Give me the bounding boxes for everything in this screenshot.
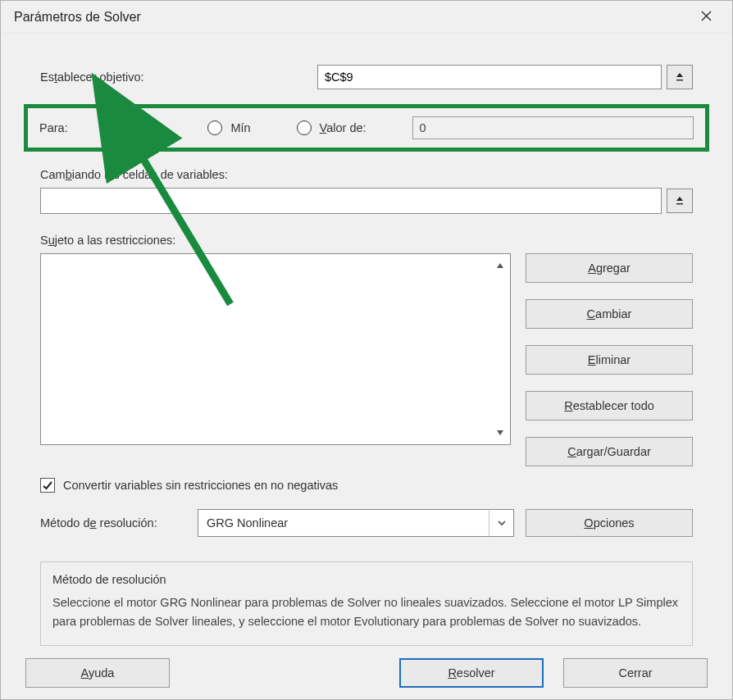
text-accelerator: R [564, 399, 572, 412]
para-label: Para: [39, 121, 116, 134]
checkbox-icon [40, 478, 55, 493]
text: negativas [287, 479, 338, 492]
text: alor de: [326, 121, 366, 134]
svg-rect-3 [676, 203, 683, 204]
text-accelerator: C [567, 445, 576, 458]
text: Es [40, 70, 54, 84]
text: ablecer objetivo: [57, 70, 144, 84]
constraints-area: Agregar Cambiar Eliminar Restablecer tod… [40, 253, 693, 466]
text-accelerator: M [139, 121, 149, 134]
text: C [618, 666, 626, 680]
radio-icon [116, 120, 131, 135]
para-highlight-box: Para: Máx Mín Valor de: [24, 104, 709, 152]
objective-range-picker[interactable] [667, 65, 693, 89]
text-accelerator: O [584, 516, 593, 530]
method-selected-value: GRG Nonlinear [207, 516, 288, 530]
text-accelerator: A [588, 261, 596, 275]
radio-min-label: Mín [230, 121, 250, 134]
text: iando las celdas de variables: [72, 168, 228, 181]
load-save-button[interactable]: Cargar/Guardar [526, 437, 693, 466]
variables-row [40, 188, 693, 214]
radio-max-label: Máx [139, 121, 162, 134]
text: Método d [40, 516, 89, 530]
nonneg-checkbox-row[interactable]: Convertir variables sin restricciones en… [40, 478, 693, 493]
scroll-up-icon [494, 259, 507, 272]
text: resolución: [97, 516, 157, 530]
radio-icon [297, 120, 312, 135]
variables-range-picker[interactable] [667, 189, 693, 213]
add-button[interactable]: Agregar [526, 253, 693, 283]
method-description-title: Método de resolución [52, 570, 681, 589]
radio-min[interactable]: Mín [207, 120, 250, 135]
dialog-footer: Ayuda Resolver Cerrar [1, 658, 732, 688]
method-label: Método de resolución: [40, 516, 186, 530]
method-description-box: Método de resolución Seleccione el motor… [40, 561, 693, 646]
close-icon [701, 11, 712, 24]
text: gregar [596, 261, 631, 275]
dialog-title: Parámetros de Solver [14, 10, 690, 25]
delete-button[interactable]: Eliminar [526, 345, 693, 375]
variables-input[interactable] [40, 188, 662, 214]
close-button[interactable] [690, 3, 722, 31]
radio-max[interactable]: Máx [116, 120, 162, 135]
text-accelerator: R [448, 666, 456, 680]
close-footer-button[interactable]: Cerrar [563, 658, 708, 688]
text: S [40, 234, 48, 247]
valor-input [412, 116, 694, 139]
objective-label: Establecer objetivo: [40, 70, 317, 84]
collapse-dialog-icon [674, 194, 685, 208]
text: yuda [89, 666, 114, 680]
constraints-buttons: Agregar Cambiar Eliminar Restablecer tod… [526, 253, 693, 466]
text-accelerator: V [320, 121, 327, 134]
svg-rect-2 [676, 80, 683, 80]
collapse-dialog-icon [674, 70, 685, 84]
text-accelerator: A [81, 666, 89, 680]
text-accelerator: b [66, 168, 72, 181]
help-button[interactable]: Ayuda [25, 658, 170, 688]
text-accelerator: e [89, 516, 96, 530]
chevron-down-icon [489, 510, 513, 536]
text: esolver [457, 666, 495, 680]
objective-input[interactable] [317, 65, 662, 89]
method-row: Método de resolución: GRG Nonlinear Opci… [40, 509, 693, 537]
text: ambiar [595, 307, 631, 320]
text: establecer todo [573, 399, 654, 412]
reset-all-button[interactable]: Restablecer todo [526, 391, 693, 420]
text: errar [627, 666, 653, 680]
text-accelerator: u [48, 234, 55, 247]
text: argar/Guardar [576, 445, 651, 458]
change-button[interactable]: Cambiar [526, 299, 693, 329]
text: áx [149, 121, 162, 134]
radio-icon [207, 120, 222, 135]
text: Cam [40, 168, 66, 181]
scroll-down-icon [494, 426, 507, 439]
radio-valor[interactable]: Valor de: [297, 120, 366, 135]
objective-row: Establecer objetivo: [40, 65, 693, 89]
method-select[interactable]: GRG Nonlinear [198, 509, 514, 537]
text-accelerator: C [587, 307, 595, 320]
text: jeto a las restricciones: [55, 234, 175, 247]
constraints-listbox[interactable] [40, 253, 511, 445]
text: Convertir variables sin restricciones en… [63, 479, 287, 492]
nonneg-checkbox-label: Convertir variables sin restricciones en… [63, 479, 338, 492]
variables-label: Cambiando las celdas de variables: [40, 168, 693, 181]
dialog-content: Establecer objetivo: Para: Máx Mín [1, 34, 732, 669]
solver-dialog: Parámetros de Solver Establecer objetivo… [0, 0, 733, 700]
text: pciones [594, 516, 635, 530]
radio-valor-label: Valor de: [320, 121, 366, 134]
method-description-text: Seleccione el motor GRG Nonlinear para p… [52, 593, 681, 630]
options-button[interactable]: Opciones [526, 509, 693, 537]
text: liminar [595, 353, 631, 366]
constraints-label: Sujeto a las restricciones: [40, 234, 693, 247]
titlebar: Parámetros de Solver [1, 1, 732, 34]
solve-button[interactable]: Resolver [399, 658, 544, 688]
